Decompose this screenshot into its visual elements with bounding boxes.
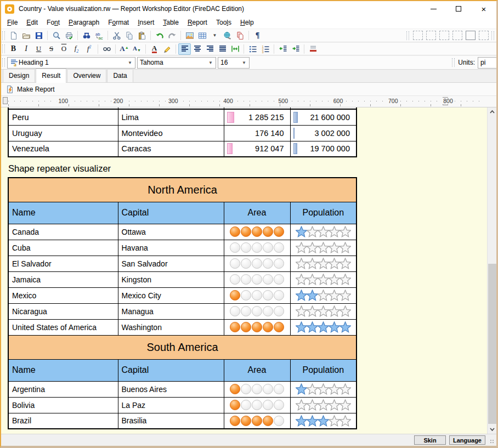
maximize-button[interactable] <box>446 1 471 16</box>
copy-button[interactable] <box>123 30 135 41</box>
skin-button[interactable]: Skin <box>414 435 446 445</box>
align-left-button[interactable] <box>178 43 191 55</box>
value-visualizer-table: PeruLima1 285 21521 600 000UruguayMontev… <box>8 107 357 157</box>
italic-icon: I <box>25 44 27 53</box>
area-value: 176 140 <box>255 129 290 138</box>
pilcrow-button[interactable]: ¶ <box>251 30 264 41</box>
outdent-button[interactable] <box>276 43 289 55</box>
resize-grip[interactable] <box>490 440 495 444</box>
star-empty-icon <box>318 274 329 285</box>
font-color-button[interactable]: A <box>148 43 161 55</box>
tab-design[interactable]: Design <box>3 69 35 82</box>
border-1-button[interactable] <box>413 31 423 40</box>
border-4-button[interactable] <box>452 31 462 40</box>
hyperlink-button[interactable] <box>221 30 234 41</box>
redo-button[interactable] <box>166 30 178 41</box>
chevron-down-icon: ▼ <box>125 60 135 65</box>
menu-edit[interactable]: Edit <box>22 17 42 28</box>
close-icon: × <box>482 5 486 13</box>
superscript-button[interactable]: f2 <box>83 43 95 55</box>
circle-filled-icon <box>263 226 273 237</box>
strikethrough-button[interactable]: S <box>45 43 58 55</box>
copy-page-button[interactable] <box>234 30 246 41</box>
menu-tools[interactable]: Tools <box>212 17 236 28</box>
zoom-button[interactable] <box>50 30 63 41</box>
print-button[interactable] <box>63 30 75 41</box>
new-document-button[interactable] <box>7 30 20 41</box>
scroll-down-button[interactable] <box>488 424 497 434</box>
grow-font-button[interactable]: A▲ <box>118 43 131 55</box>
replace-button[interactable]: abac <box>93 30 105 41</box>
tab-result[interactable]: Result <box>36 69 66 83</box>
area-rating-cell <box>224 413 290 429</box>
paste-button[interactable] <box>135 30 148 41</box>
make-report-button[interactable]: Make Report <box>17 86 55 93</box>
highlight-button[interactable] <box>161 43 173 55</box>
align-right-button[interactable] <box>203 43 216 55</box>
indent-button[interactable] <box>289 43 302 55</box>
menu-table[interactable]: Table <box>159 17 183 28</box>
menu-paragraph[interactable]: Paragraph <box>64 17 104 28</box>
menu-report[interactable]: Report <box>183 17 212 28</box>
scroll-up-button[interactable] <box>488 107 497 117</box>
ruler-mark: 500 <box>276 98 290 104</box>
menu-font[interactable]: Font <box>42 17 64 28</box>
subscript-button[interactable]: f2 <box>70 43 83 55</box>
numbered-list-button[interactable]: 123 <box>259 43 271 55</box>
star-empty-icon <box>329 274 340 285</box>
minimize-button[interactable] <box>421 1 446 16</box>
units-combo[interactable]: pi <box>478 57 498 69</box>
menu-insert[interactable]: Insert <box>133 17 159 28</box>
menu-help[interactable]: Help <box>236 17 258 28</box>
scrollbar-thumb[interactable] <box>488 264 496 424</box>
star-empty-icon <box>307 258 318 269</box>
country-name-cell: Uruguay <box>8 125 118 141</box>
find-button[interactable] <box>80 30 93 41</box>
star-empty-icon <box>339 290 351 301</box>
window-controls: × <box>421 1 496 16</box>
population-value: 3 002 000 <box>314 129 356 138</box>
menu-format[interactable]: Format <box>104 17 133 28</box>
paragraph-style-combo[interactable]: a Heading 1 ▼ <box>7 57 135 69</box>
italic-button[interactable]: I <box>20 43 32 55</box>
star-empty-icon <box>329 415 340 427</box>
undo-button[interactable] <box>153 30 166 41</box>
border-6-button[interactable] <box>479 31 489 40</box>
border-5-button[interactable] <box>466 31 476 40</box>
font-size-combo[interactable]: 16 ▼ <box>218 57 250 69</box>
star-empty-icon <box>339 226 351 237</box>
close-button[interactable]: × <box>471 1 496 16</box>
horizontal-line-button[interactable] <box>307 43 319 55</box>
vertical-scrollbar[interactable] <box>487 107 496 434</box>
font-name-combo[interactable]: Tahoma ▼ <box>137 57 216 69</box>
circle-filled-icon <box>230 290 240 300</box>
table-dropdown-button[interactable]: ▼ <box>208 30 221 41</box>
toolbar-grip <box>2 31 5 40</box>
menu-file[interactable]: File <box>3 17 22 28</box>
underline-button[interactable]: U <box>32 43 45 55</box>
circle-empty-icon <box>274 274 284 285</box>
area-rating-cell <box>224 397 290 413</box>
fit-width-button[interactable] <box>229 43 241 55</box>
language-button[interactable]: Language <box>449 435 485 445</box>
cut-button[interactable] <box>110 30 123 41</box>
overline-button[interactable]: O <box>58 43 70 55</box>
hyphenation-button[interactable] <box>100 43 113 55</box>
bullet-list-button[interactable] <box>246 43 259 55</box>
star-empty-icon <box>318 305 329 317</box>
insert-image-button[interactable] <box>183 30 196 41</box>
justify-button[interactable] <box>216 43 229 55</box>
ruler-ticks <box>8 101 484 101</box>
area-rating-cell <box>224 381 290 397</box>
open-button[interactable] <box>20 30 32 41</box>
ruler-left-marker[interactable] <box>3 97 8 104</box>
insert-table-button[interactable] <box>196 30 208 41</box>
bold-button[interactable]: B <box>7 43 20 55</box>
save-button[interactable] <box>32 30 45 41</box>
align-center-button[interactable] <box>191 43 203 55</box>
tab-overview[interactable]: Overview <box>67 69 106 82</box>
tab-data[interactable]: Data <box>107 69 133 82</box>
shrink-font-button[interactable]: A▼ <box>131 43 143 55</box>
border-3-button[interactable] <box>439 31 449 40</box>
border-2-button[interactable] <box>426 31 436 40</box>
